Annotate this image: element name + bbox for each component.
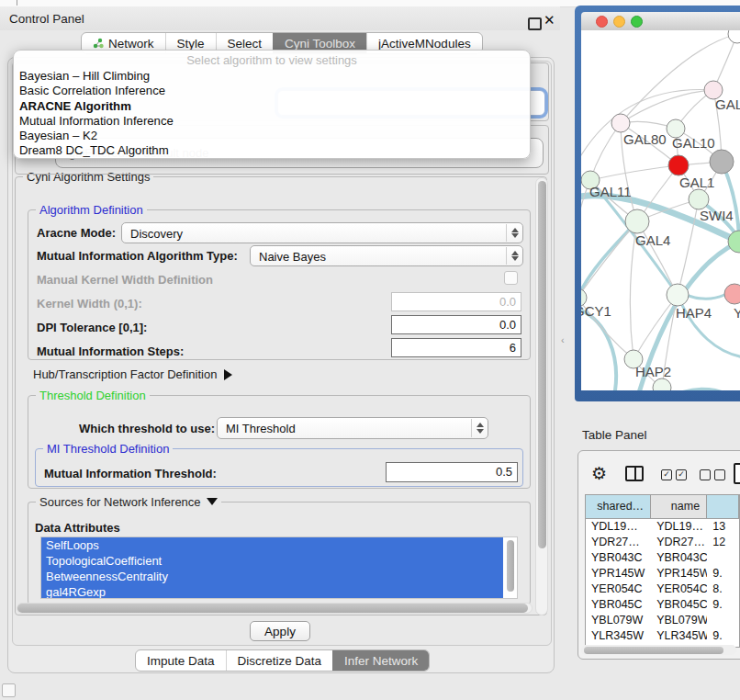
network-node-y[interactable] bbox=[724, 284, 740, 304]
table-row[interactable]: YDL19…YDL19…13 bbox=[586, 519, 739, 535]
expand-right-icon bbox=[224, 369, 232, 380]
splitter-collapse-icon[interactable]: ‹ bbox=[561, 334, 565, 345]
page-icon[interactable] bbox=[734, 463, 740, 484]
manual-kernel-checkbox[interactable] bbox=[504, 271, 518, 285]
split-column-icon[interactable] bbox=[625, 466, 644, 481]
table-cell: YPR145W bbox=[651, 566, 707, 581]
checkbox-unchecked-icon[interactable] bbox=[700, 469, 711, 480]
minimize-traffic-light[interactable] bbox=[613, 16, 625, 28]
apply-button[interactable]: Apply bbox=[250, 621, 310, 641]
algorithm-option[interactable]: Bayesian – Hill Climbing bbox=[14, 69, 530, 84]
checkbox-checked-icon[interactable]: ✓ bbox=[661, 469, 672, 480]
mi-threshold-field[interactable]: 0.5 bbox=[386, 462, 518, 482]
table-cell: 9. bbox=[707, 597, 739, 613]
table-cell bbox=[707, 613, 739, 628]
network-edge[interactable] bbox=[621, 90, 713, 123]
kernel-width-field[interactable]: 0.0 bbox=[391, 292, 521, 311]
data-attribute-item[interactable]: TopologicalCoefficient bbox=[41, 553, 503, 569]
algorithm-option[interactable]: Mutual Information Inference bbox=[14, 114, 530, 129]
table-cell: YDL19… bbox=[586, 519, 651, 535]
bottom-tabbar: Impute DataDiscretize DataInfer Network bbox=[135, 649, 430, 672]
table-row[interactable]: YLR345WYLR345W9. bbox=[586, 628, 739, 644]
network-canvas[interactable]: GALGAL80GAL10GAL1GAL11SWI4GAL4GCY1HAP4YH… bbox=[581, 30, 740, 390]
mi-steps-field[interactable]: 6 bbox=[391, 338, 521, 357]
network-node[interactable] bbox=[728, 30, 740, 43]
mi-type-combo[interactable]: Naive Bayes bbox=[250, 245, 523, 266]
mi-type-value: Naive Bayes bbox=[259, 249, 326, 263]
data-attributes-label: Data Attributes bbox=[35, 521, 120, 535]
network-edge[interactable] bbox=[581, 221, 637, 298]
zoom-traffic-light[interactable] bbox=[631, 16, 643, 28]
network-node-label: HAP4 bbox=[676, 305, 712, 321]
float-window-icon[interactable] bbox=[528, 17, 542, 30]
table-row[interactable]: YDR27…YDR27…12 bbox=[586, 535, 739, 550]
node-table[interactable]: shared…name YDL19…YDL19…13YDR27…YDR27…12… bbox=[585, 494, 740, 648]
table-cell: YLR345W bbox=[586, 628, 651, 644]
mi-type-label: Mutual Information Algorithm Type: bbox=[37, 249, 238, 263]
bottom-tab-impute-data[interactable]: Impute Data bbox=[136, 650, 226, 671]
network-node[interactable] bbox=[710, 150, 734, 174]
gear-icon[interactable]: ⚙ bbox=[591, 463, 607, 484]
table-horizontal-scrollbar-thumb[interactable] bbox=[584, 647, 723, 654]
close-icon[interactable]: ✕ bbox=[544, 12, 555, 28]
network-edge[interactable] bbox=[581, 90, 713, 168]
network-node-label: GAL11 bbox=[589, 184, 632, 199]
checkbox-unchecked-icon[interactable] bbox=[714, 469, 725, 480]
table-cell: 13 bbox=[707, 519, 739, 535]
settings-horizontal-scrollbar-thumb[interactable] bbox=[17, 604, 528, 613]
network-node-label: GAL bbox=[715, 96, 740, 112]
algorithm-option[interactable]: Bayesian – K2 bbox=[14, 129, 530, 143]
network-node-gal4[interactable] bbox=[625, 209, 649, 233]
control-panel-title: Control Panel bbox=[9, 12, 84, 26]
table-column-header[interactable] bbox=[707, 495, 739, 518]
network-node-gal80[interactable] bbox=[611, 114, 630, 132]
hub-definition-toggle[interactable]: Hub/Transcription Factor Definition bbox=[33, 367, 232, 381]
algorithm-option[interactable]: Basic Correlation Inference bbox=[14, 84, 530, 98]
network-node-swi4[interactable] bbox=[689, 189, 709, 209]
table-cell: YDR27… bbox=[651, 535, 707, 550]
table-row[interactable]: YBR045CYBR045C9. bbox=[586, 597, 739, 613]
network-node[interactable] bbox=[653, 378, 671, 390]
table-cell: YBR043C bbox=[586, 550, 651, 566]
sources-title-text: Sources for Network Inference bbox=[39, 495, 201, 509]
network-node-label: HAP2 bbox=[635, 364, 671, 379]
table-body: YDL19…YDL19…13YDR27…YDR27…12YBR043CYBR04… bbox=[586, 519, 739, 648]
algorithm-option[interactable]: Dream8 DC_TDC Algorithm bbox=[14, 143, 530, 158]
which-threshold-combo[interactable]: MI Threshold bbox=[217, 417, 488, 439]
settings-vertical-scrollbar-thumb[interactable] bbox=[538, 181, 546, 548]
checkbox-checked-icon[interactable]: ✓ bbox=[676, 469, 687, 480]
table-column-header[interactable]: shared… bbox=[586, 495, 651, 518]
settings-vertical-scrollbar[interactable] bbox=[535, 177, 548, 615]
algorithm-option[interactable]: ARACNE Algorithm bbox=[14, 99, 530, 114]
aracne-mode-combo[interactable]: Discovery bbox=[121, 222, 523, 243]
bottom-tab-infer-network[interactable]: Infer Network bbox=[332, 650, 429, 671]
network-node-gal1[interactable] bbox=[668, 155, 689, 175]
table-row[interactable]: YBL079WYBL079W bbox=[586, 613, 739, 628]
table-column-header[interactable]: name bbox=[651, 495, 707, 518]
network-edge-thick[interactable] bbox=[689, 295, 724, 299]
data-attributes-list[interactable]: SelfLoopsTopologicalCoefficientBetweenne… bbox=[40, 536, 518, 599]
network-edge[interactable] bbox=[590, 123, 621, 180]
data-attribute-item[interactable]: BetweennessCentrality bbox=[41, 569, 503, 584]
table-cell: YBL079W bbox=[586, 613, 651, 628]
network-node-hap4[interactable] bbox=[667, 284, 689, 306]
close-traffic-light[interactable] bbox=[596, 16, 608, 28]
network-edge-thick[interactable] bbox=[581, 308, 616, 390]
table-row[interactable]: YPR145WYPR145W9. bbox=[586, 566, 739, 581]
bottom-tab-discretize-data[interactable]: Discretize Data bbox=[226, 650, 333, 671]
table-row[interactable]: YBR043CYBR043C bbox=[586, 550, 739, 566]
panel-corner-icon[interactable] bbox=[2, 683, 16, 697]
data-attribute-item[interactable]: SelfLoops bbox=[41, 537, 503, 553]
settings-horizontal-scrollbar[interactable] bbox=[17, 603, 533, 614]
sources-group-title[interactable]: Sources for Network Inference bbox=[36, 495, 221, 509]
data-attribute-item[interactable]: gal4RGexp bbox=[41, 584, 503, 599]
dpi-tolerance-field[interactable]: 0.0 bbox=[391, 315, 521, 334]
attributes-list-scrollbar-thumb[interactable] bbox=[507, 540, 514, 592]
tab-label: Style bbox=[177, 37, 205, 51]
table-row[interactable]: YER054CYER054C8. bbox=[586, 581, 739, 597]
network-edge[interactable] bbox=[590, 165, 678, 180]
table-header-row: shared…name bbox=[586, 495, 739, 519]
table-cell: YER054C bbox=[651, 581, 707, 597]
network-window-titlebar[interactable] bbox=[581, 12, 740, 31]
network-edge-thick[interactable] bbox=[581, 221, 637, 298]
